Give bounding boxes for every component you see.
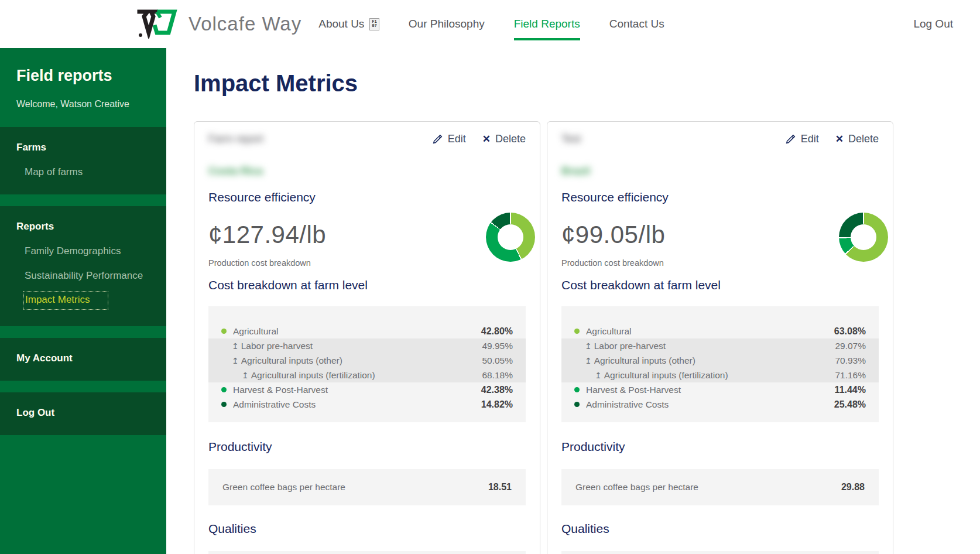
sidebar-section-log-out[interactable]: Log Out [0,392,166,435]
sidebar: Field reports Welcome, Watson Creative F… [0,48,166,554]
card-2-origin-redacted: Brazil [561,165,590,177]
card-1-qualities-heading: Qualities [208,522,526,536]
row-value: 25.48% [834,399,866,410]
table-row: Harvest & Post-Harvest 11.44% [561,382,879,397]
row-value: 42.38% [481,385,513,395]
card-2-qualities-panel [561,551,879,554]
card-2-header: Test Edit ✕ Delete [561,130,879,148]
sidebar-item-family-demographics[interactable]: Family Demographics [25,245,150,257]
row-value: 49.95% [482,341,513,351]
volcafe-logo-icon [136,9,179,39]
card-2-cost-caption: Production cost breakdown [561,258,665,268]
productivity-label: Green coffee bags per hectare [575,482,698,493]
nav-contact-us-label: Contact Us [609,18,664,30]
row-value: 11.44% [835,385,866,395]
row-value: 50.05% [482,355,513,366]
card-2-qualities-heading: Qualities [561,522,879,536]
row-label: Agricultural inputs (fertilization) [604,370,835,381]
page-title: Impact Metrics [194,70,980,97]
productivity-value: 29.88 [841,482,865,493]
admin-bullet-icon [221,402,227,407]
brand-logo[interactable]: Volcafe Way [136,9,301,39]
row-label: Agricultural [586,326,834,337]
table-subrow: ↥ Agricultural inputs (other) 70.93% [561,353,879,368]
card-2-breakdown-heading: Cost breakdown at farm level [561,278,879,292]
nav-contact-us[interactable]: Contact Us [595,0,679,48]
subrow-arrow-icon: ↥ [232,356,239,365]
card-1-report-name-redacted: Farm report [208,133,263,145]
app-body: Field reports Welcome, Watson Creative F… [0,48,980,554]
harvest-bullet-icon [221,387,227,392]
row-label: Administrative Costs [586,399,834,410]
subrow-arrow-icon: ↥ [232,341,239,351]
sidebar-item-map-of-farms[interactable]: Map of farms [25,166,150,178]
row-label: Labor pre-harvest [594,341,835,351]
subrow-arrow-icon: ↥ [585,356,592,365]
row-value: 70.93% [835,355,866,366]
agricultural-bullet-icon [574,329,580,334]
row-value: 42.80% [481,326,513,337]
sidebar-item-sustainability-performance[interactable]: Sustainability Performance [25,270,150,282]
card-1-qualities-panel [208,551,526,554]
main-content: Impact Metrics Farm report Edit ✕ [166,48,980,554]
missing-glyph-icon: F1 07 [369,18,379,30]
brand-name: Volcafe Way [189,13,301,35]
nav-about-us-label: About Us [318,18,364,30]
card-1-productivity-panel: Green coffee bags per hectare 18.51 [208,469,526,505]
main-nav: About Us F1 07 Our Philosophy Field Repo… [304,0,679,48]
row-label: Agricultural [233,326,481,337]
donut-hole [851,224,876,250]
row-value: 71.16% [835,370,866,381]
sidebar-item-impact-metrics[interactable]: Impact Metrics [23,291,108,310]
delete-x-icon: ✕ [482,134,491,144]
card-1-cost-caption: Production cost breakdown [208,258,326,268]
row-label: Agricultural inputs (other) [594,355,835,366]
card-1-breakdown-heading: Cost breakdown at farm level [208,278,526,292]
row-label: Harvest & Post-Harvest [233,385,481,395]
row-value: 29.07% [835,341,866,351]
nav-our-philosophy[interactable]: Our Philosophy [394,0,499,48]
row-label: Harvest & Post-Harvest [586,385,835,395]
sidebar-log-out-heading[interactable]: Log Out [16,407,150,419]
card-2-delete-label: Delete [848,133,879,145]
card-2-edit-button[interactable]: Edit [785,133,819,145]
card-1-edit-button[interactable]: Edit [432,133,466,145]
nav-about-us[interactable]: About Us F1 07 [304,0,394,48]
sidebar-section-my-account[interactable]: My Account [0,338,166,381]
pencil-icon [785,134,796,145]
card-1-donut-chart [486,213,535,262]
card-2-delete-button[interactable]: ✕ Delete [835,133,879,145]
card-2-productivity-heading: Productivity [561,440,879,454]
report-card-1: Farm report Edit ✕ Delete [194,121,540,554]
delete-x-icon: ✕ [835,134,844,144]
sidebar-welcome-text: Welcome, Watson Creative [16,99,150,110]
table-row: Agricultural 63.08% [561,324,879,338]
card-1-cost-per-lb: ¢127.94/lb [208,221,326,249]
table-subrow: ↥ Labor pre-harvest 49.95% [208,338,526,353]
sidebar-title: Field reports [16,67,150,85]
header-logout-link[interactable]: Log Out [913,18,953,30]
card-1-breakdown-table: Agricultural 42.80% ↥ Labor pre-harvest … [208,306,526,422]
table-subrow: ↥ Agricultural inputs (other) 50.05% [208,353,526,368]
card-1-cost-block: ¢127.94/lb Production cost breakdown [208,204,326,268]
sidebar-my-account-heading[interactable]: My Account [16,353,150,364]
nav-our-philosophy-label: Our Philosophy [409,18,485,30]
nav-field-reports[interactable]: Field Reports [499,0,595,48]
subrow-arrow-icon: ↥ [585,341,592,351]
top-header: Volcafe Way About Us F1 07 Our Philosoph… [0,0,980,48]
table-row: Harvest & Post-Harvest 42.38% [208,382,526,397]
agricultural-bullet-icon [221,329,227,334]
subrow-arrow-icon: ↥ [242,371,249,380]
row-value: 63.08% [834,326,866,337]
pencil-icon [432,134,443,145]
harvest-bullet-icon [574,387,580,392]
card-1-delete-button[interactable]: ✕ Delete [482,133,526,145]
table-subrow: ↥ Labor pre-harvest 29.07% [561,338,879,353]
report-card-2: Test Edit ✕ Delete B [547,121,893,554]
card-1-actions: Edit ✕ Delete [432,133,526,145]
card-1-delete-label: Delete [495,133,526,145]
card-1-edit-label: Edit [448,133,466,145]
table-row: Agricultural 42.80% [208,324,526,338]
table-row: Administrative Costs 14.82% [208,397,526,412]
card-2-actions: Edit ✕ Delete [785,133,879,145]
